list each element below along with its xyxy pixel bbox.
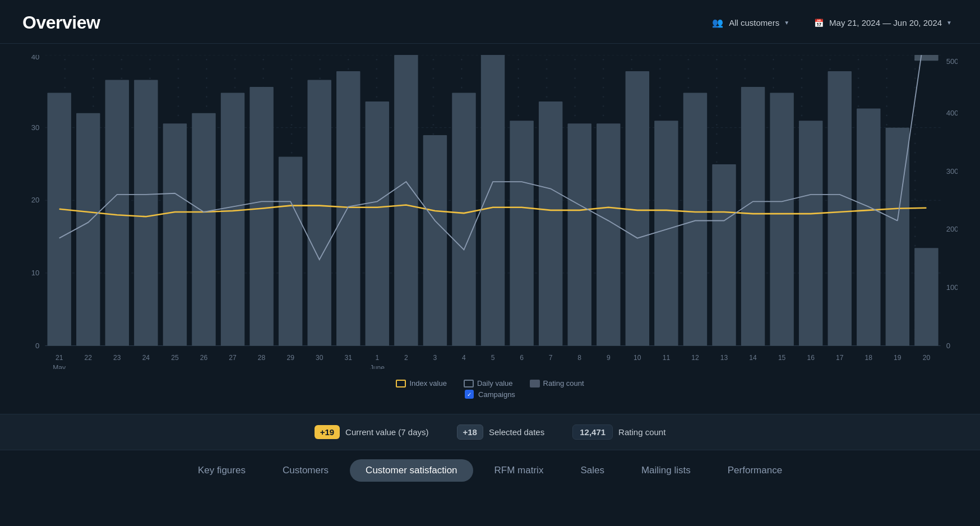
svg-text:5: 5 [491,354,495,362]
svg-rect-42 [741,87,765,345]
svg-text:June: June [370,364,385,369]
svg-text:400: 400 [946,109,958,117]
svg-rect-44 [799,121,822,345]
tab-customer-satisfaction[interactable]: Customer satisfaction [350,459,473,482]
svg-text:27: 27 [229,354,237,362]
svg-rect-23 [192,113,215,346]
legend-daily-icon [464,380,474,387]
svg-text:15: 15 [778,354,786,362]
svg-rect-39 [654,121,678,345]
svg-rect-24 [221,93,244,345]
svg-rect-18 [47,93,71,345]
legend-rating-icon [530,380,540,387]
svg-text:0: 0 [35,342,39,350]
svg-text:18: 18 [865,354,873,362]
svg-rect-26 [279,156,302,345]
svg-text:25: 25 [171,354,179,362]
svg-rect-49 [914,55,938,61]
svg-text:21: 21 [56,354,63,362]
campaigns-checkbox[interactable]: ✓ [465,390,474,399]
svg-text:0: 0 [946,342,950,350]
svg-text:1: 1 [375,354,379,362]
svg-text:2: 2 [404,354,408,362]
svg-rect-36 [567,123,591,345]
people-icon: 👥 [712,17,723,28]
svg-text:13: 13 [720,354,728,362]
svg-text:10: 10 [31,269,40,277]
svg-text:17: 17 [836,354,844,362]
main-chart: 0 10 20 30 40 0 100 200 300 400 500 [22,55,958,369]
stat-selected-dates: +18 Selected dates [457,425,545,440]
svg-text:300: 300 [946,167,958,175]
legend-campaigns-row: ✓ Campaigns [22,390,958,402]
svg-text:9: 9 [607,354,611,362]
svg-text:24: 24 [142,354,150,362]
svg-text:30: 30 [316,354,323,362]
svg-text:30: 30 [31,123,40,132]
date-range-arrow: ▼ [946,20,952,26]
svg-text:14: 14 [749,354,757,362]
svg-rect-30 [394,55,418,346]
svg-rect-25 [249,87,273,345]
svg-rect-43 [770,93,793,345]
svg-text:26: 26 [200,354,208,362]
svg-text:6: 6 [520,354,524,362]
tab-sales[interactable]: Sales [565,459,620,482]
date-range-dropdown[interactable]: 📅 May 21, 2024 — Jun 20, 2024 ▼ [808,15,958,31]
tab-rfm-matrix[interactable]: RFM matrix [479,459,560,482]
svg-text:20: 20 [31,196,40,204]
svg-text:19: 19 [894,354,902,362]
svg-text:3: 3 [433,354,437,362]
legend-rating: Rating count [530,379,584,387]
tab-mailing-lists[interactable]: Mailing lists [626,459,706,482]
svg-text:May: May [53,364,66,369]
stats-bar: +19 Current value (7 days) +18 Selected … [0,414,980,450]
svg-text:29: 29 [286,354,294,362]
svg-rect-29 [366,101,389,346]
stat-current-value: +19 Current value (7 days) [315,425,429,439]
calendar-icon: 📅 [814,19,824,27]
svg-text:8: 8 [577,354,581,362]
svg-text:31: 31 [345,354,353,362]
page-title: Overview [22,12,100,33]
svg-text:500: 500 [946,57,958,65]
selected-dates-label: Selected dates [489,427,544,437]
svg-rect-31 [423,135,447,345]
svg-rect-41 [712,164,736,346]
svg-text:7: 7 [549,354,553,362]
svg-rect-22 [163,123,187,345]
svg-text:22: 22 [85,354,93,362]
rating-count-label: Rating count [618,427,665,437]
legend-daily-label: Daily value [477,379,513,387]
current-value-badge: +19 [315,425,340,439]
svg-rect-46 [857,108,880,345]
svg-text:16: 16 [807,354,815,362]
svg-rect-20 [105,80,129,346]
current-value-label: Current value (7 days) [345,427,428,437]
date-range-label: May 21, 2024 — Jun 20, 2024 [829,18,942,27]
svg-text:28: 28 [258,354,266,362]
tab-performance[interactable]: Performance [712,459,798,482]
svg-rect-37 [597,123,620,345]
legend-index-label: Index value [409,379,447,387]
svg-rect-32 [452,93,475,345]
tab-key-figures[interactable]: Key figures [182,459,261,482]
customer-filter-arrow: ▼ [784,20,789,26]
legend-rating-label: Rating count [543,379,584,387]
stat-rating-count: 12,471 Rating count [572,425,665,440]
customer-filter-dropdown[interactable]: 👥 All customers ▼ [706,14,795,31]
svg-text:4: 4 [462,354,466,362]
svg-text:40: 40 [31,55,40,61]
svg-text:20: 20 [923,354,931,362]
legend-index: Index value [396,379,447,387]
legend-daily: Daily value [464,379,513,387]
tab-customers[interactable]: Customers [267,459,344,482]
svg-text:200: 200 [946,225,958,233]
svg-rect-19 [76,113,100,346]
legend-index-icon [396,380,406,387]
svg-rect-40 [683,93,707,345]
svg-rect-48 [914,248,938,345]
page-header: Overview 👥 All customers ▼ 📅 May 21, 202… [0,0,980,44]
chart-container: 0 10 20 30 40 0 100 200 300 400 500 [0,44,980,414]
svg-rect-28 [336,71,360,345]
